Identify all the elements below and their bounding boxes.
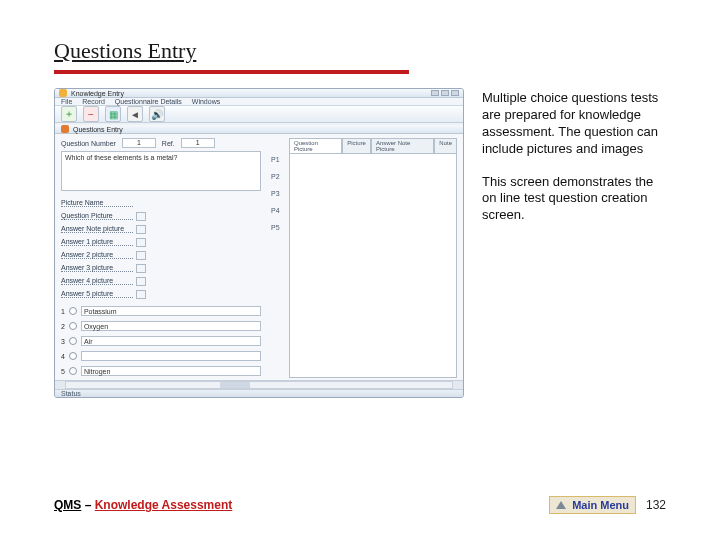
p4-label: P4 [271,207,283,214]
link-answer-note-picture[interactable]: Answer Note picture [61,225,133,233]
browse-button[interactable] [136,277,146,286]
answer-field-2[interactable]: Oxygen [81,321,261,331]
tab-question-picture[interactable]: Question Picture [289,138,342,153]
maximize-icon[interactable] [441,90,449,96]
menu-qdetails[interactable]: Questionnaire Details [115,98,182,105]
close-icon[interactable] [451,90,459,96]
inner-titlebar: Questions Entry [55,125,463,134]
browse-button[interactable] [136,290,146,299]
answer-radio-2[interactable] [69,322,77,330]
answer-radio-5[interactable] [69,367,77,375]
image-button[interactable]: ▦ [105,106,121,122]
title-row: Questions Entry [54,38,409,74]
window-buttons [431,90,459,96]
menu-record[interactable]: Record [82,98,105,105]
side-text-p2: This screen demonstrates the on line tes… [482,174,666,225]
link-answer3-picture[interactable]: Answer 3 picture [61,264,133,272]
footer-qms: QMS [54,498,81,512]
ref-label: Ref. [162,140,175,147]
answer-num: 3 [61,338,65,345]
tab-note[interactable]: Note [434,138,457,153]
footer-left: QMS – Knowledge Assessment [54,498,232,512]
p1-label: P1 [271,156,283,163]
p3-label: P3 [271,190,283,197]
answer-num: 2 [61,323,65,330]
link-question-picture[interactable]: Question Picture [61,212,133,220]
browse-button[interactable] [136,264,146,273]
app-title: Knowledge Entry [71,90,124,97]
main-menu-button[interactable]: Main Menu [549,496,636,514]
status-text: Status [61,390,81,397]
side-text-p1: Multiple choice questions tests are prep… [482,90,666,158]
app-titlebar: Knowledge Entry [55,89,463,98]
inner-app-icon [61,125,69,133]
statusbar: Status [55,389,463,397]
qnum-label: Question Number [61,140,116,147]
link-picture-name[interactable]: Picture Name [61,199,133,207]
main-menu-label: Main Menu [572,499,629,511]
link-answer2-picture[interactable]: Answer 2 picture [61,251,133,259]
link-answer1-picture[interactable]: Answer 1 picture [61,238,133,246]
link-answer5-picture[interactable]: Answer 5 picture [61,290,133,298]
footer-ka: Knowledge Assessment [95,498,233,512]
horizontal-scrollbar[interactable] [55,380,463,389]
ref-field[interactable]: 1 [181,138,215,148]
preview-tabs: Question Picture Picture Answer Note Pic… [289,138,457,153]
p-labels: P1 P2 P3 P4 P5 [267,138,283,378]
link-answer4-picture[interactable]: Answer 4 picture [61,277,133,285]
answer-radio-3[interactable] [69,337,77,345]
menu-windows[interactable]: Windows [192,98,220,105]
page-number: 132 [646,498,666,512]
answer-field-3[interactable]: Air [81,336,261,346]
tab-picture[interactable]: Picture [342,138,371,153]
back-button[interactable]: ◄ [127,106,143,122]
arrow-up-icon [556,501,566,509]
answer-num: 5 [61,368,65,375]
minimize-icon[interactable] [431,90,439,96]
question-text-field[interactable]: Which of these elements is a metal? [61,151,261,191]
browse-button[interactable] [136,225,146,234]
answer-num: 4 [61,353,65,360]
answer-num: 1 [61,308,65,315]
preview-pane [289,153,457,378]
app-screenshot: Knowledge Entry File Record Questionnair… [54,88,464,398]
browse-button[interactable] [136,251,146,260]
answer-radio-1[interactable] [69,307,77,315]
menu-file[interactable]: File [61,98,72,105]
sound-button[interactable]: 🔊 [149,106,165,122]
add-button[interactable]: ＋ [61,106,77,122]
delete-button[interactable]: − [83,106,99,122]
inner-title: Questions Entry [73,126,123,133]
answer-field-4[interactable] [81,351,261,361]
p2-label: P2 [271,173,283,180]
browse-button[interactable] [136,238,146,247]
toolbar: ＋ − ▦ ◄ 🔊 [55,106,463,123]
slide-title: Questions Entry [54,38,409,64]
answer-radio-4[interactable] [69,352,77,360]
browse-button[interactable] [136,212,146,221]
qnum-field[interactable]: 1 [122,138,156,148]
menubar: File Record Questionnaire Details Window… [55,98,463,106]
app-icon [59,89,67,97]
answer-field-1[interactable]: Potassium [81,306,261,316]
side-text: Multiple choice questions tests are prep… [482,88,666,240]
tab-answer-note-picture[interactable]: Answer Note Picture [371,138,434,153]
answer-field-5[interactable]: Nitrogen [81,366,261,376]
p5-label: P5 [271,224,283,231]
